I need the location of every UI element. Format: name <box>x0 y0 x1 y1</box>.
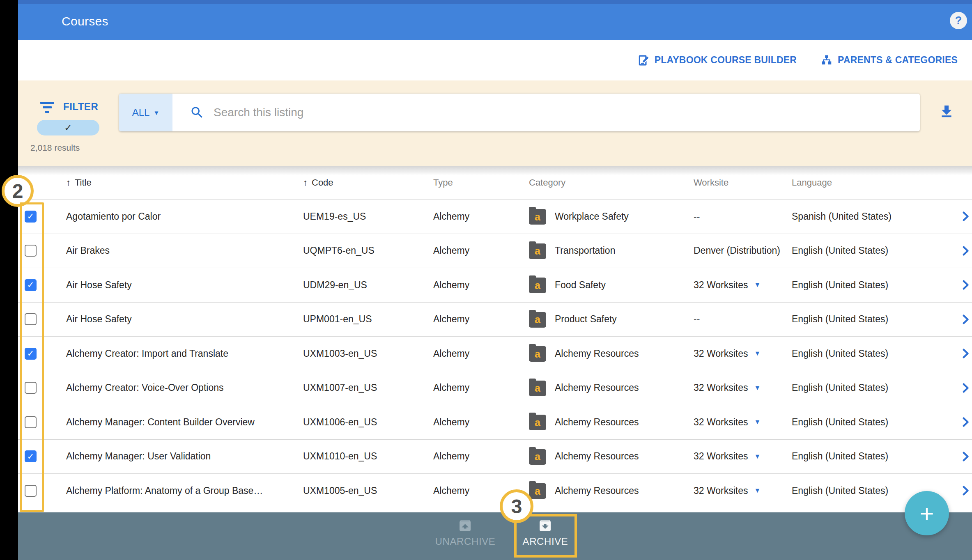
category-folder-icon: a <box>529 381 546 396</box>
table-body: ✓ Agotamiento por Calor UEM19-es_US Alch… <box>18 200 972 508</box>
row-code: UXM1003-en_US <box>303 348 433 359</box>
row-chevron-icon[interactable] <box>959 450 972 463</box>
row-worksite: 32 Worksites <box>694 417 748 428</box>
page-title: Courses <box>62 0 108 40</box>
row-title: Alchemy Creator: Import and Translate <box>66 348 303 359</box>
filter-active-toggle[interactable]: ✓ <box>37 120 99 135</box>
table-row[interactable]: Alchemy Platform: Anatomy of a Group Bas… <box>18 474 972 508</box>
table-row[interactable]: Alchemy Manager: Content Builder Overvie… <box>18 405 972 440</box>
row-type: Alchemy <box>433 451 529 462</box>
row-chevron-icon[interactable] <box>959 416 972 428</box>
row-type: Alchemy <box>433 417 529 428</box>
row-language: English (United States) <box>792 451 950 462</box>
row-title: Air Brakes <box>66 245 303 256</box>
row-title: Alchemy Manager: Content Builder Overvie… <box>66 417 303 428</box>
row-chevron-icon[interactable] <box>959 210 972 223</box>
sort-arrow-icon: ↑ <box>66 177 71 188</box>
table-row[interactable]: Air Hose Safety UPM001-en_US Alchemy a P… <box>18 303 972 337</box>
row-code: UXM1005-en_US <box>303 485 433 496</box>
category-folder-icon: a <box>529 415 546 430</box>
filter-icon <box>40 100 54 113</box>
search-input[interactable] <box>214 106 920 119</box>
row-type: Alchemy <box>433 348 529 359</box>
row-chevron-icon[interactable] <box>959 347 972 360</box>
column-header-worksite[interactable]: Worksite <box>676 177 792 188</box>
unarchive-button[interactable]: UNARCHIVE <box>435 518 496 547</box>
row-code: UEM19-es_US <box>303 211 433 222</box>
worksites-dropdown-icon[interactable]: ▼ <box>754 384 761 392</box>
table-row[interactable]: ✓ Alchemy Creator: Import and Translate … <box>18 337 972 371</box>
row-worksite: 32 Worksites <box>694 348 748 359</box>
row-code: UPM001-en_US <box>303 314 433 325</box>
row-category: Workplace Safety <box>555 211 629 222</box>
row-category: Product Safety <box>555 314 617 325</box>
row-title: Alchemy Manager: User Validation <box>66 451 303 462</box>
table-row[interactable]: ✓ Agotamiento por Calor UEM19-es_US Alch… <box>18 200 972 234</box>
row-title: Alchemy Creator: Voice-Over Options <box>66 382 303 393</box>
screen-background: Courses ? PLAYBOOK COURSE BUILDER PARENT… <box>0 0 972 560</box>
row-type: Alchemy <box>433 280 529 291</box>
worksites-dropdown-icon[interactable]: ▼ <box>754 453 761 460</box>
table-row[interactable]: ✓ Alchemy Manager: User Validation UXM10… <box>18 440 972 474</box>
caret-down-icon: ▼ <box>153 109 159 116</box>
row-chevron-icon[interactable] <box>959 279 972 291</box>
category-folder-icon: a <box>529 278 546 293</box>
search-bar: ALL ▼ <box>119 94 920 131</box>
worksites-dropdown-icon[interactable]: ▼ <box>754 418 761 426</box>
worksites-dropdown-icon[interactable]: ▼ <box>754 350 761 357</box>
download-button[interactable] <box>938 103 955 120</box>
table-header-row: ↑Title↑CodeTypeCategoryWorksiteLanguage <box>18 166 972 200</box>
category-folder-icon: a <box>529 346 546 362</box>
row-chevron-icon[interactable] <box>959 245 972 257</box>
results-count: 2,018 results <box>30 143 80 153</box>
all-scope-dropdown[interactable]: ALL ▼ <box>119 94 172 131</box>
row-type: Alchemy <box>433 211 529 222</box>
folder-letter: a <box>535 280 540 291</box>
column-header-code[interactable]: ↑Code <box>303 177 433 188</box>
table-row[interactable]: Alchemy Creator: Voice-Over Options UXM1… <box>18 371 972 406</box>
worksites-dropdown-icon[interactable]: ▼ <box>754 281 761 289</box>
row-worksite: 32 Worksites <box>694 485 748 496</box>
checkbox-column-highlight <box>20 202 44 512</box>
hierarchy-tree-icon <box>820 54 833 67</box>
table-row[interactable]: Air Brakes UQMPT6-en_US Alchemy a Transp… <box>18 234 972 269</box>
row-chevron-icon[interactable] <box>959 313 972 326</box>
row-language: English (United States) <box>792 417 950 428</box>
parents-categories-label: PARENTS & CATEGORIES <box>838 55 958 66</box>
filter-bar: FILTER ✓ 2,018 results ALL ▼ <box>18 80 972 166</box>
add-course-fab[interactable]: + <box>905 491 949 535</box>
row-chevron-icon[interactable] <box>959 382 972 394</box>
category-folder-icon: a <box>529 312 546 328</box>
folder-letter: a <box>535 349 540 359</box>
row-language: English (United States) <box>792 280 950 291</box>
column-header-title[interactable]: ↑Title <box>66 177 303 188</box>
column-header-language[interactable]: Language <box>792 177 950 188</box>
step-3-badge: 3 <box>500 489 533 523</box>
help-icon: ? <box>955 14 962 27</box>
row-worksite: 32 Worksites <box>694 280 748 291</box>
search-icon <box>190 105 205 120</box>
folder-letter: a <box>535 418 540 428</box>
table-row[interactable]: ✓ Air Hose Safety UDM29-en_US Alchemy a … <box>18 268 972 303</box>
row-chevron-icon[interactable] <box>959 484 972 497</box>
row-language: English (United States) <box>792 245 950 256</box>
row-category: Alchemy Resources <box>555 417 639 428</box>
playbook-course-builder-button[interactable]: PLAYBOOK COURSE BUILDER <box>637 54 797 67</box>
unarchive-label: UNARCHIVE <box>435 536 496 547</box>
row-category: Alchemy Resources <box>555 348 639 359</box>
row-title: Air Hose Safety <box>66 280 303 291</box>
folder-letter: a <box>535 452 540 462</box>
column-header-type[interactable]: Type <box>433 177 529 188</box>
row-title: Alchemy Platform: Anatomy of a Group Bas… <box>66 485 303 496</box>
folder-letter: a <box>535 383 540 393</box>
worksites-dropdown-icon[interactable]: ▼ <box>754 487 761 494</box>
filter-button[interactable]: FILTER <box>40 100 98 113</box>
row-category: Food Safety <box>555 280 606 291</box>
courses-table: ↑Title↑CodeTypeCategoryWorksiteLanguage … <box>18 166 972 512</box>
filter-label: FILTER <box>63 101 98 112</box>
plus-icon: + <box>919 499 934 528</box>
help-button[interactable]: ? <box>950 12 967 29</box>
parents-categories-button[interactable]: PARENTS & CATEGORIES <box>820 54 958 67</box>
row-code: UQMPT6-en_US <box>303 245 433 256</box>
column-header-category[interactable]: Category <box>529 177 676 188</box>
